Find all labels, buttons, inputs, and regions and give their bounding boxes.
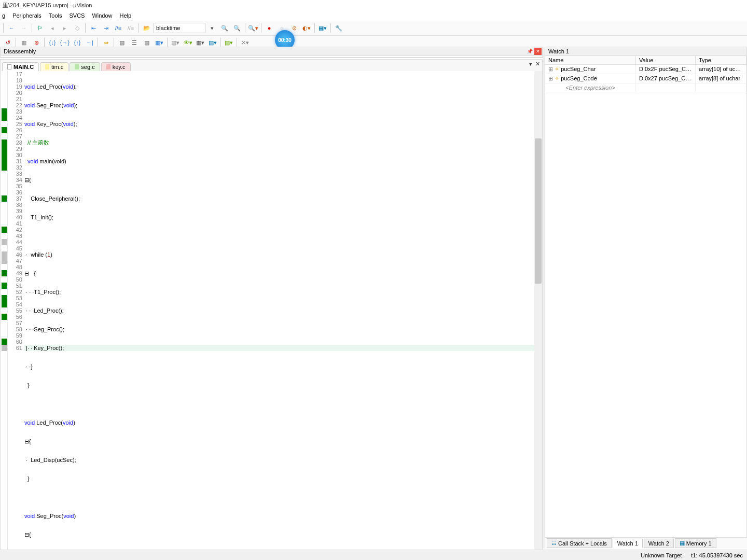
watch-panel[interactable]: Name Value Type ⊞ ✧ pucSeg_Char D:0x2F p… [545,56,747,549]
watch-col-name[interactable]: Name [545,56,636,64]
tab-main-c[interactable]: MAIN.C [2,62,39,71]
nav-fwd-icon[interactable]: → [18,22,30,34]
window-layout-icon[interactable]: ▦▾ [317,22,328,34]
watch-row[interactable]: ⊞ ✧ pucSeg_Char D:0x2F pucSeg_Char[... a… [545,65,746,74]
watch-title: Watch 1 [548,47,569,56]
config-icon[interactable]: 🔧 [333,22,344,34]
find-folder-icon[interactable]: 📂 [141,22,153,34]
watch-col-type[interactable]: Type [696,56,746,64]
disasm-hscroll[interactable] [0,58,543,58]
bookmark-next-icon[interactable]: ▸ [59,22,71,34]
gutter-lines: 1718192021 2223242526 2728293031 3233343… [8,71,24,560]
indent-icon[interactable]: ⇥ [100,22,112,34]
search-input[interactable] [154,23,205,33]
tab-key-c[interactable]: key.c [101,62,131,71]
menu-svcs[interactable]: SVCS [69,10,85,21]
find-replace-icon[interactable]: 🔍 [231,22,243,34]
editor-tabs: MAIN.C tim.c seg.c key.c ▾✕ [1,60,542,71]
tab-watch1[interactable]: Watch 1 [613,539,643,548]
callstack-icon: ☷ [551,540,557,547]
record-icon[interactable]: ● [264,22,275,34]
code-body[interactable]: void void Led_Proc(void); Led_Proc(void)… [24,71,542,560]
comment-icon[interactable]: //≡ [113,22,124,34]
menu-bar: g Peripherals Tools SVCS Window Help [0,10,747,21]
outdent-icon[interactable]: ⇤ [88,22,99,34]
close-icon[interactable]: ✕ [534,48,542,55]
bookmark-clear-icon[interactable]: ◇ [72,22,83,34]
bookmark-icon[interactable]: 🏳 [34,22,46,34]
code-editor[interactable]: 1718192021 2223242526 2728293031 3233343… [1,71,542,560]
menu-peripherals[interactable]: Peripherals [12,10,42,21]
title-bar: 里\204_KEY\IAP15.uvproj - µVision [0,0,747,10]
watch-row[interactable]: ⊞ ✧ pucSeg_Code D:0x27 pucSeg_Code... ar… [545,74,746,83]
file-icon [45,64,49,69]
code-vscroll[interactable] [534,71,542,560]
search-dropdown-icon[interactable]: ▾ [206,22,218,34]
watch-col-value[interactable]: Value [636,56,696,64]
gutter-marks [1,71,8,560]
memory-icon: ▦ [680,540,685,547]
menu-tools[interactable]: Tools [49,10,62,21]
tab-tim-c[interactable]: tim.c [40,62,68,71]
breakpoint-dis-icon[interactable]: ◐▾ [301,22,312,34]
nav-back-icon[interactable]: ← [6,22,17,34]
uncomment-icon[interactable]: //≡ [125,22,136,34]
tab-dropdown-icon[interactable]: ▾ [529,61,532,67]
tab-callstack[interactable]: ☷Call Stack + Locals [547,538,612,548]
disassembly-header: Disassembly 📌✕ [0,47,543,56]
watch-header: Watch 1 [545,47,747,56]
bookmark-prev-icon[interactable]: ◂ [47,22,58,34]
menu-g[interactable]: g [2,10,5,21]
disassembly-title: Disassembly [4,47,36,56]
debug-icon[interactable]: 🔍▾ [247,22,259,34]
debug-bottom-tabs: ☷Call Stack + Locals Watch 1 Watch 2 ▦Me… [545,537,747,549]
watch-row-new[interactable]: <Enter expression> [545,83,746,92]
file-icon [7,64,11,69]
menu-window[interactable]: Window [92,10,112,21]
status-bar: Unknown Target t1: 45.05397430 sec [0,550,747,560]
pin-icon[interactable]: 📌 [526,48,533,55]
find-icon[interactable]: 🔍 [219,22,230,34]
file-icon [75,64,79,69]
tab-watch2[interactable]: Watch 2 [644,539,674,548]
toolbar-main: ← → 🏳 ◂ ▸ ◇ ⇤ ⇥ //≡ //≡ 📂 ▾ 🔍 🔍 🔍▾ ● ○ ⊘… [0,21,747,35]
tab-seg-c[interactable]: seg.c [70,62,100,71]
status-time: t1: 45.05397430 sec [691,552,743,558]
tab-memory1[interactable]: ▦Memory 1 [675,538,716,548]
menu-help[interactable]: Help [120,10,132,21]
status-target: Unknown Target [641,552,682,558]
tab-close-icon[interactable]: ✕ [535,61,540,67]
file-icon [106,64,110,69]
